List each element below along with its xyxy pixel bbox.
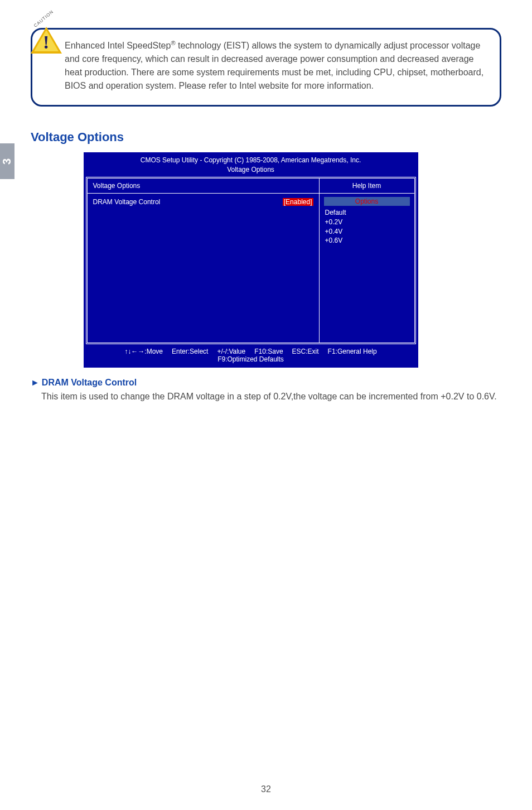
bios-hint-defaults: F9:Optimized Defaults xyxy=(88,355,414,363)
page-number: 32 xyxy=(0,784,532,794)
bios-header: CMOS Setup Utility - Copyright (C) 1985-… xyxy=(84,152,418,177)
bios-hint-move: ↑↓←→:Move xyxy=(124,348,163,355)
bios-hint-exit: ESC:Exit xyxy=(292,348,319,355)
chapter-tab: 3 xyxy=(0,143,14,179)
bios-left-title: Voltage Options xyxy=(88,179,319,194)
bios-option-item: +0.4V xyxy=(325,227,409,237)
bios-hint-select: Enter:Select xyxy=(172,348,208,355)
bios-screenshot: CMOS Setup Utility - Copyright (C) 1985-… xyxy=(84,152,418,368)
caution-text-part1: Enhanced Intel SpeedStep xyxy=(65,41,171,50)
bios-help-title: Help Item xyxy=(320,179,414,194)
subsection-body: This item is used to change the DRAM vol… xyxy=(41,390,499,403)
bios-options-list: Default +0.2V +0.4V +0.6V xyxy=(324,206,410,248)
caution-label: CAUTION xyxy=(33,9,55,28)
caution-text-box: Enhanced Intel SpeedStep® technology (EI… xyxy=(31,28,501,107)
caution-badge: CAUTION ! xyxy=(28,23,64,56)
exclamation-icon: ! xyxy=(43,32,49,53)
bios-header-line2: Voltage Options xyxy=(84,165,418,175)
bios-hint-value: +/-/:Value xyxy=(217,348,245,355)
bios-options-box: Options Default +0.2V +0.4V +0.6V xyxy=(324,197,410,248)
subsection-heading: ►DRAM Voltage Control xyxy=(31,378,501,388)
bios-left-pane: Voltage Options DRAM Voltage Control [En… xyxy=(88,179,320,343)
bios-right-pane: Help Item Options Default +0.2V +0.4V +0… xyxy=(320,179,414,343)
bios-option-item: +0.2V xyxy=(325,218,409,227)
bios-option-item: Default xyxy=(325,208,409,218)
bios-hint-help: F1:General Help xyxy=(328,348,377,355)
bios-header-line1: CMOS Setup Utility - Copyright (C) 1985-… xyxy=(84,156,418,165)
section-title: Voltage Options xyxy=(31,130,501,144)
bios-option-value: [Enabled] xyxy=(283,198,313,206)
subsection-title: DRAM Voltage Control xyxy=(42,378,137,387)
caution-box-wrap: CAUTION ! Enhanced Intel SpeedStep® tech… xyxy=(31,28,501,107)
chapter-number: 3 xyxy=(1,158,14,164)
bios-option-label: DRAM Voltage Control xyxy=(93,198,283,206)
bios-hint-save: F10:Save xyxy=(254,348,283,355)
bios-options-title: Options xyxy=(324,197,410,206)
bios-option-row: DRAM Voltage Control [Enabled] xyxy=(88,194,319,210)
triangle-bullet-icon: ► xyxy=(31,378,40,388)
bios-footer: ↑↓←→:Move Enter:Select +/-/:Value F10:Sa… xyxy=(84,344,418,368)
bios-body: Voltage Options DRAM Voltage Control [En… xyxy=(86,177,416,344)
bios-option-item: +0.6V xyxy=(325,236,409,245)
